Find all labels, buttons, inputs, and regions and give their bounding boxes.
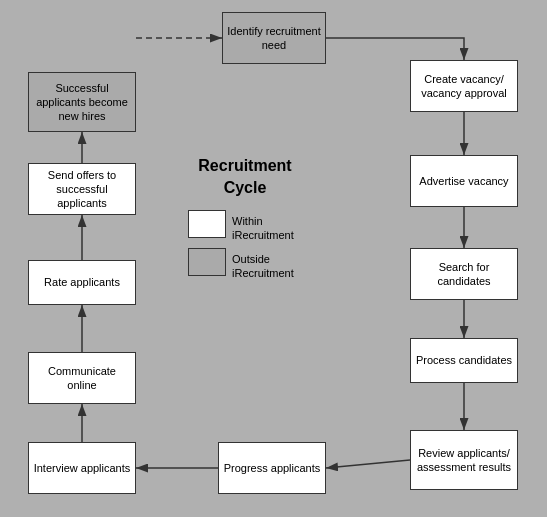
legend-gray-box — [188, 248, 226, 276]
box-identify: Identify recruitment need — [222, 12, 326, 64]
box-successful: Successful applicants become new hires — [28, 72, 136, 132]
diagram: Recruitment Cycle Within iRecruitment Ou… — [0, 0, 547, 517]
box-advertise: Advertise vacancy — [410, 155, 518, 207]
box-process: Process candidates — [410, 338, 518, 383]
legend-outside-label: Outside iRecruitment — [232, 252, 322, 281]
box-communicate: Communicate online — [28, 352, 136, 404]
box-progress: Progress applicants — [218, 442, 326, 494]
box-search: Search for candidates — [410, 248, 518, 300]
svg-line-7 — [326, 460, 410, 468]
box-rate: Rate applicants — [28, 260, 136, 305]
legend-white-box — [188, 210, 226, 238]
box-review: Review applicants/ assessment results — [410, 430, 518, 490]
diagram-title: Recruitment Cycle — [185, 155, 305, 200]
box-interview: Interview applicants — [28, 442, 136, 494]
legend-within-label: Within iRecruitment — [232, 214, 322, 243]
box-create-vacancy: Create vacancy/ vacancy approval — [410, 60, 518, 112]
box-send-offers: Send offers to successful applicants — [28, 163, 136, 215]
